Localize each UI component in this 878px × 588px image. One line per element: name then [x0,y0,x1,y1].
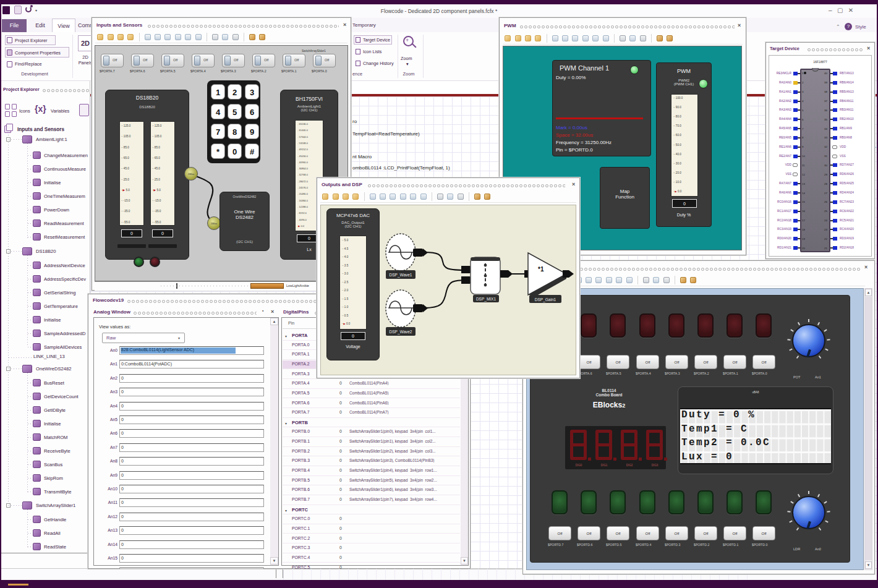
svg-text:*1: *1 [538,266,544,273]
svg-text:DSP_Wave2: DSP_Wave2 [390,330,412,334]
svg-text:DSP_Gain1: DSP_Gain1 [535,297,556,302]
svg-text:DSP_MIX1: DSP_MIX1 [476,297,497,302]
svg-text:DSP_Wave1: DSP_Wave1 [390,273,412,278]
